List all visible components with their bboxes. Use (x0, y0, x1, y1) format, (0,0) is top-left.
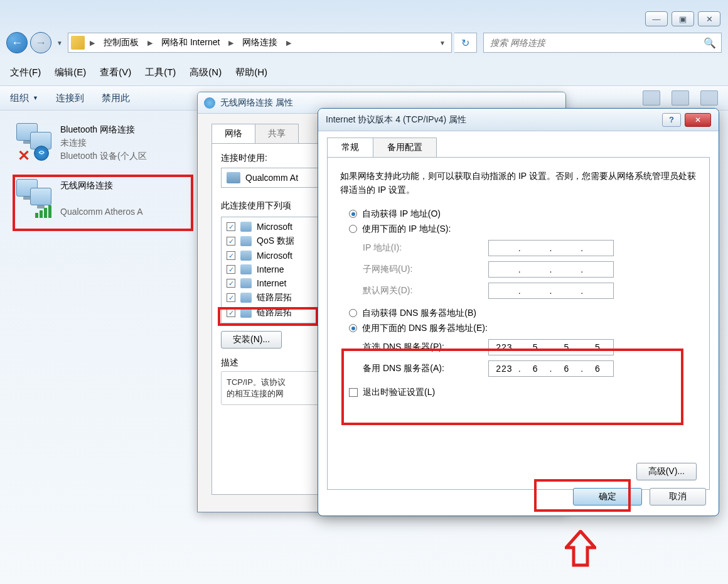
radio-ip-auto[interactable]: 自动获得 IP 地址(O) (349, 208, 697, 220)
protocol-icon (240, 308, 252, 318)
connection-title: 无线网络连接 (60, 179, 143, 192)
tab-alternate[interactable]: 备用配置 (373, 138, 437, 157)
radio-icon (349, 309, 357, 317)
tab-sharing[interactable]: 共享 (255, 124, 299, 143)
folder-icon (71, 36, 85, 50)
refresh-button[interactable]: ↻ (454, 33, 477, 53)
breadcrumb-item[interactable]: 网络连接 (238, 35, 281, 51)
dialog-title-bar[interactable]: Internet 协议版本 4 (TCP/IPv4) 属性 ? ✕ (318, 109, 719, 131)
connection-item-wifi[interactable]: 无线网络连接 Qualcomm Atheros A (14, 174, 196, 224)
checkbox-icon[interactable] (349, 388, 358, 397)
connection-driver: Qualcomm Atheros A (60, 205, 143, 219)
forward-button[interactable]: → (30, 32, 51, 53)
window-minimize-button[interactable]: — (645, 11, 668, 26)
checkbox-icon[interactable]: ✓ (227, 251, 235, 260)
adapter-icon (227, 172, 240, 183)
checkbox-icon[interactable]: ✓ (227, 265, 235, 274)
help-button[interactable]: ? (662, 113, 681, 127)
connection-status (60, 192, 143, 205)
dns1-input[interactable]: 223. 5. 5. 5 (488, 339, 614, 355)
breadcrumb[interactable]: ▶ 控制面板 ▶ 网络和 Internet ▶ 网络连接 ▶ ▼ (68, 33, 452, 53)
advanced-button[interactable]: 高级(V)... (636, 463, 697, 480)
search-icon[interactable]: 🔍 (704, 37, 716, 49)
ip-address-input: ... (488, 240, 614, 256)
preview-pane-icon[interactable] (672, 90, 689, 105)
search-input[interactable] (489, 37, 704, 48)
subnet-input: ... (488, 261, 614, 278)
ok-button[interactable]: 确定 (573, 488, 642, 506)
protocol-icon (240, 222, 252, 232)
menu-bar: 文件(F) 编辑(E) 查看(V) 工具(T) 高级(N) 帮助(H) (10, 63, 718, 82)
pointer-arrow-icon (565, 530, 596, 568)
checkbox-icon[interactable]: ✓ (227, 279, 235, 288)
window-close-button[interactable]: ✕ (698, 11, 720, 26)
ipv4-properties-dialog: Internet 协议版本 4 (TCP/IPv4) 属性 ? ✕ 常规 备用配… (318, 108, 719, 516)
menu-view[interactable]: 查看(V) (100, 67, 131, 78)
radio-icon (349, 210, 357, 218)
chevron-right-icon[interactable]: ▶ (144, 39, 156, 47)
bluetooth-icon: ⌔ (34, 146, 49, 161)
dns2-input[interactable]: 223. 6. 6. 6 (488, 360, 614, 377)
menu-advanced[interactable]: 高级(N) (190, 67, 222, 78)
radio-dns-auto[interactable]: 自动获得 DNS 服务器地址(B) (349, 308, 697, 319)
checkbox-icon[interactable]: ✓ (227, 237, 235, 246)
window-controls: — ▣ ✕ (645, 11, 720, 26)
cancel-button[interactable]: 取消 (650, 488, 706, 506)
dialog-title: 无线网络连接 属性 (220, 97, 293, 109)
dns1-label: 首选 DNS 服务器(P): (363, 342, 488, 353)
protocol-icon (240, 278, 252, 288)
connection-status: 未连接 (60, 136, 147, 149)
radio-icon (349, 324, 357, 332)
tab-strip: 常规 备用配置 (327, 138, 710, 157)
connection-list: ✕ ⌔ Bluetooth 网络连接 未连接 Bluetooth 设备(个人区 … (14, 118, 196, 224)
nav-history-dropdown[interactable]: ▼ (54, 33, 65, 52)
protocol-icon (240, 293, 252, 303)
checkbox-icon[interactable]: ✓ (227, 293, 235, 302)
dns2-label: 备用 DNS 服务器(A): (363, 363, 488, 374)
chevron-right-icon[interactable]: ▶ (282, 39, 295, 47)
info-text: 如果网络支持此功能，则可以获取自动指派的 IP 设置。否则，您需要从网络系统管理… (340, 169, 697, 197)
toolbar-disable[interactable]: 禁用此 (102, 92, 130, 104)
protocol-icon (240, 264, 252, 274)
menu-file[interactable]: 文件(F) (10, 67, 41, 78)
toolbar-connect[interactable]: 连接到 (56, 92, 84, 104)
breadcrumb-item[interactable]: 控制面板 (100, 35, 142, 51)
view-options-icon[interactable] (643, 90, 660, 105)
menu-tools[interactable]: 工具(T) (145, 67, 176, 78)
close-button[interactable]: ✕ (685, 113, 711, 127)
radio-dns-manual[interactable]: 使用下面的 DNS 服务器地址(E): (349, 323, 697, 334)
validate-checkbox-row[interactable]: 退出时验证设置(L) (349, 387, 697, 398)
connection-item-bluetooth[interactable]: ✕ ⌔ Bluetooth 网络连接 未连接 Bluetooth 设备(个人区 (14, 118, 196, 168)
subnet-label: 子网掩码(U): (363, 264, 488, 275)
protocol-icon (240, 236, 252, 246)
menu-edit[interactable]: 编辑(E) (55, 67, 86, 78)
validate-label: 退出时验证设置(L) (363, 387, 435, 398)
radio-ip-manual[interactable]: 使用下面的 IP 地址(S): (349, 224, 697, 235)
disconnected-x-icon: ✕ (18, 147, 31, 161)
navigation-bar: ← → ▼ ▶ 控制面板 ▶ 网络和 Internet ▶ 网络连接 ▶ ▼ ↻… (6, 30, 722, 55)
radio-icon (349, 225, 357, 233)
ip-address-label: IP 地址(I): (363, 242, 488, 254)
network-icon (204, 97, 215, 109)
tab-network[interactable]: 网络 (211, 124, 255, 143)
tab-general[interactable]: 常规 (327, 138, 373, 157)
protocol-icon (240, 251, 252, 261)
back-button[interactable]: ← (6, 32, 28, 53)
dialog-title: Internet 协议版本 4 (TCP/IPv4) 属性 (326, 114, 662, 126)
toolbar-organize[interactable]: 组织▼ (10, 92, 38, 104)
menu-help[interactable]: 帮助(H) (235, 67, 267, 78)
checkbox-icon[interactable]: ✓ (227, 308, 235, 317)
breadcrumb-dropdown[interactable]: ▼ (436, 40, 449, 46)
tab-panel-general: 如果网络支持此功能，则可以获取自动指派的 IP 设置。否则，您需要从网络系统管理… (327, 157, 710, 490)
chevron-right-icon[interactable]: ▶ (86, 39, 99, 47)
checkbox-icon[interactable]: ✓ (227, 222, 235, 231)
window-maximize-button[interactable]: ▣ (672, 11, 694, 26)
connection-driver: Bluetooth 设备(个人区 (60, 149, 147, 163)
adapter-name: Qualcomm At (245, 173, 298, 183)
bluetooth-connection-icon: ✕ ⌔ (16, 123, 54, 160)
breadcrumb-item[interactable]: 网络和 Internet (158, 35, 223, 51)
chevron-right-icon[interactable]: ▶ (225, 39, 237, 47)
help-icon[interactable] (700, 90, 718, 105)
search-box[interactable]: 🔍 (483, 33, 722, 53)
install-button[interactable]: 安装(N)... (221, 331, 282, 349)
